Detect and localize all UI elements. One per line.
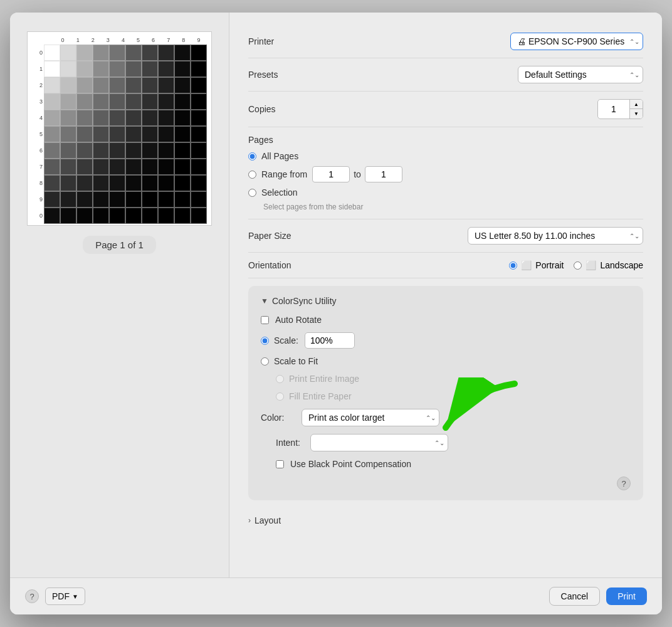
colorsync-help-button[interactable]: ? xyxy=(617,477,631,490)
all-pages-row: All Pages xyxy=(248,151,643,161)
fill-entire-radio[interactable] xyxy=(276,393,284,401)
bottom-bar: ? PDF ▼ Cancel Print xyxy=(10,577,662,614)
presets-select-wrap[interactable]: Default Settings xyxy=(518,66,643,83)
black-point-label: Use Black Point Compensation xyxy=(290,459,411,469)
printer-label: Printer xyxy=(248,36,323,46)
range-from-input[interactable] xyxy=(312,166,350,182)
presets-value: Default Settings xyxy=(323,66,643,83)
portrait-option[interactable]: ⬜ Portrait xyxy=(509,260,564,270)
copies-increment[interactable]: ▲ xyxy=(630,100,643,109)
scale-input[interactable] xyxy=(305,332,355,349)
help-button[interactable]: ? xyxy=(25,589,39,603)
paper-size-select[interactable]: US Letter 8.50 by 11.00 inches xyxy=(468,227,643,245)
auto-rotate-checkbox[interactable] xyxy=(261,316,269,324)
print-dialog: 012345678901234567890 Page 1 of 1 Printe… xyxy=(10,13,662,614)
paper-size-row: Paper Size US Letter 8.50 by 11.00 inche… xyxy=(248,219,643,253)
presets-select[interactable]: Default Settings xyxy=(518,66,643,83)
pdf-chevron: ▼ xyxy=(72,593,78,600)
scale-radio[interactable] xyxy=(261,337,269,345)
color-row: Color: Print as color target xyxy=(261,409,631,426)
print-entire-radio[interactable] xyxy=(276,375,284,383)
print-entire-label: Print Entire Image xyxy=(289,374,359,384)
black-point-checkbox[interactable] xyxy=(276,460,284,468)
copies-stepper-buttons: ▲ ▼ xyxy=(629,100,643,119)
pages-label: Pages xyxy=(248,135,643,145)
printer-select-wrap[interactable]: 🖨 EPSON SC-P900 Series xyxy=(510,33,643,50)
green-arrow-annotation xyxy=(433,377,521,440)
range-radio[interactable] xyxy=(248,171,256,179)
scale-to-fit-radio[interactable] xyxy=(261,357,269,366)
preview-panel: 012345678901234567890 Page 1 of 1 xyxy=(10,13,229,577)
selection-hint: Select pages from the sidebar xyxy=(263,203,643,211)
fill-entire-label: Fill Entire Paper xyxy=(289,391,352,401)
landscape-radio[interactable] xyxy=(574,261,582,270)
portrait-label: Portrait xyxy=(535,260,564,270)
auto-rotate-label: Auto Rotate xyxy=(275,315,322,325)
selection-label[interactable]: Selection xyxy=(261,187,298,198)
pdf-label: PDF xyxy=(52,591,70,601)
layout-section: › Layout xyxy=(248,508,643,533)
copies-value: ▲ ▼ xyxy=(323,99,643,119)
orientation-options: ⬜ Portrait ⬜ Landscape xyxy=(323,260,643,270)
intent-select-wrap[interactable] xyxy=(310,434,448,451)
landscape-label: Landscape xyxy=(600,260,643,270)
landscape-option[interactable]: ⬜ Landscape xyxy=(574,260,643,270)
range-label[interactable]: Range from xyxy=(261,169,307,179)
scale-label: Scale: xyxy=(274,335,298,345)
range-row: Range from to xyxy=(248,166,643,182)
intent-select[interactable] xyxy=(310,434,448,451)
scale-row: Scale: xyxy=(261,332,631,349)
fill-entire-row: Fill Entire Paper xyxy=(276,391,631,401)
color-select[interactable]: Print as color target xyxy=(302,409,439,426)
paper-size-select-wrap[interactable]: US Letter 8.50 by 11.00 inches xyxy=(468,227,643,245)
paper-size-value: US Letter 8.50 by 11.00 inches xyxy=(323,227,643,245)
copies-label: Copies xyxy=(248,104,323,114)
layout-header[interactable]: › Layout xyxy=(248,515,643,525)
cancel-button[interactable]: Cancel xyxy=(549,587,601,606)
color-label: Color: xyxy=(261,413,295,423)
pdf-button[interactable]: PDF ▼ xyxy=(45,587,85,605)
all-pages-label[interactable]: All Pages xyxy=(261,151,298,161)
portrait-icon: ⬜ xyxy=(521,260,532,270)
portrait-radio[interactable] xyxy=(509,261,517,270)
print-entire-row: Print Entire Image xyxy=(276,374,631,384)
orientation-row: Orientation ⬜ Portrait ⬜ Landscap xyxy=(248,253,643,278)
pages-section: Pages All Pages Range from to xyxy=(248,127,643,219)
settings-panel: Printer 🖨 EPSON SC-P900 Series Presets xyxy=(229,13,662,577)
colorsync-section: ▼ ColorSync Utility Auto Rotate Scale: xyxy=(248,286,643,500)
range-to-input[interactable] xyxy=(365,166,402,182)
intent-label: Intent: xyxy=(276,438,304,448)
selection-radio[interactable] xyxy=(248,189,256,197)
scale-to-fit-row: Scale to Fit xyxy=(261,356,631,366)
copies-stepper: ▲ ▼ xyxy=(597,99,643,119)
page-indicator: Page 1 of 1 xyxy=(83,236,156,254)
colorsync-chevron: ▼ xyxy=(261,297,268,305)
colorsync-title: ColorSync Utility xyxy=(272,296,337,306)
auto-rotate-row: Auto Rotate xyxy=(261,315,631,325)
all-pages-radio[interactable] xyxy=(248,152,256,161)
color-select-wrap[interactable]: Print as color target xyxy=(302,409,439,426)
layout-chevron: › xyxy=(248,516,251,525)
black-point-row: Use Black Point Compensation xyxy=(276,459,631,469)
layout-title: Layout xyxy=(255,515,281,525)
colorsync-header[interactable]: ▼ ColorSync Utility xyxy=(261,296,631,306)
paper-size-label: Paper Size xyxy=(248,231,323,241)
preview-area: 012345678901234567890 xyxy=(27,31,212,226)
copies-decrement[interactable]: ▼ xyxy=(630,109,643,119)
print-button[interactable]: Print xyxy=(606,587,647,605)
printer-row: Printer 🖨 EPSON SC-P900 Series xyxy=(248,25,643,58)
orientation-label: Orientation xyxy=(248,260,323,270)
presets-row: Presets Default Settings xyxy=(248,58,643,92)
copies-input[interactable] xyxy=(598,102,629,117)
landscape-icon: ⬜ xyxy=(585,260,596,270)
intent-row: Intent: xyxy=(276,434,631,451)
selection-row: Selection xyxy=(248,187,643,198)
printer-select[interactable]: 🖨 EPSON SC-P900 Series xyxy=(510,33,643,50)
printer-value: 🖨 EPSON SC-P900 Series xyxy=(323,33,643,50)
range-to-label: to xyxy=(354,169,361,179)
scale-to-fit-label: Scale to Fit xyxy=(274,356,318,366)
presets-label: Presets xyxy=(248,70,323,80)
copies-row: Copies ▲ ▼ xyxy=(248,92,643,127)
range-inputs: to xyxy=(312,166,402,182)
